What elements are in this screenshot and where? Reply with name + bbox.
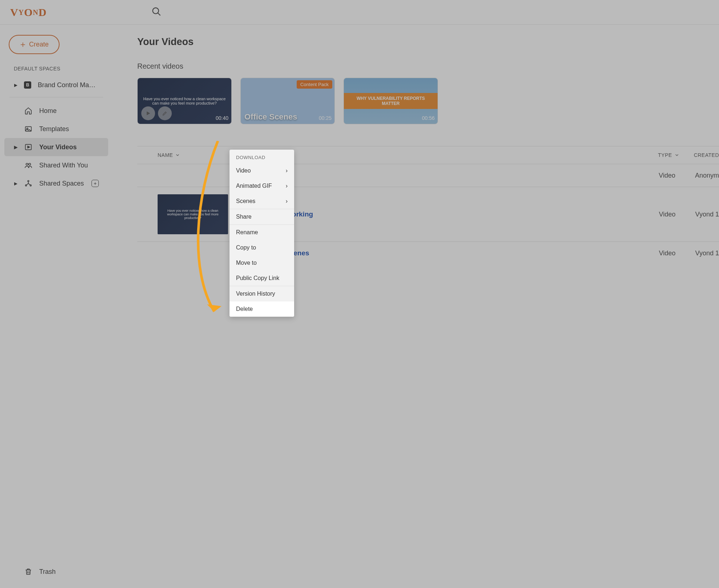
card-thumbnail: Content Pack Office Scenes 00:25 <box>241 78 334 124</box>
menu-item-copy-to[interactable]: Copy to <box>229 240 294 255</box>
sidebar-label: Templates <box>39 125 99 133</box>
menu-item-download-scenes[interactable]: Scenes› <box>229 194 294 209</box>
caret-right-icon: ▸ <box>14 179 17 187</box>
video-card[interactable]: WHY VULNERABILITY REPORTS MATTER 00:56 E… <box>344 78 438 124</box>
sidebar-label: Shared Spaces <box>39 180 85 187</box>
create-button[interactable]: Create <box>9 35 60 54</box>
play-square-icon <box>24 143 32 151</box>
chevron-right-icon: › <box>286 198 288 204</box>
row-created: Vyond 1 <box>695 211 719 218</box>
pencil-icon <box>158 106 172 120</box>
sidebar-label: Home <box>39 107 99 115</box>
chevron-right-icon: › <box>286 167 288 174</box>
menu-item-delete[interactable]: Delete <box>229 301 294 317</box>
video-card[interactable]: Have you ever noticed how a clean worksp… <box>137 78 232 124</box>
thumb-label: Office Scenes <box>244 112 297 122</box>
row-title: taining a clean working <box>237 210 659 218</box>
topbar: VYOND <box>0 0 719 25</box>
sidebar-section-label: DEFAULT SPACES <box>14 66 99 72</box>
svg-point-10 <box>28 181 29 182</box>
menu-section-label: DOWNLOAD <box>229 150 294 163</box>
svg-point-8 <box>26 163 28 166</box>
row-created: Vyond 1 <box>695 250 719 257</box>
menu-item-public-copy-link[interactable]: Public Copy Link <box>229 271 294 286</box>
search-button[interactable] <box>149 4 164 21</box>
sidebar-item-shared-with-you[interactable]: Shared With You <box>4 156 108 174</box>
sidebar: Create DEFAULT SPACES ▸ B Brand Control … <box>0 0 113 588</box>
chevron-right-icon: › <box>286 183 288 189</box>
menu-item-move-to[interactable]: Move to <box>229 255 294 271</box>
plus-icon <box>20 41 26 48</box>
sidebar-item-your-videos[interactable]: ▸ Your Videos <box>4 138 108 156</box>
duration: 00:25 <box>319 115 332 121</box>
row-title: Copy of Office scenes <box>237 249 659 257</box>
add-space-button[interactable]: + <box>92 180 99 187</box>
brand-badge-icon: B <box>24 81 31 89</box>
brand-logo: VYOND <box>10 6 47 19</box>
people-icon <box>24 161 32 169</box>
caret-right-icon: ▸ <box>14 81 17 89</box>
thumb-tag: WHY VULNERABILITY REPORTS MATTER <box>344 93 438 109</box>
menu-item-version-history[interactable]: Version History <box>229 286 294 301</box>
table-header: NAME TYPE CREATED <box>137 146 719 164</box>
chevron-down-icon <box>175 153 180 158</box>
menu-item-share[interactable]: Share <box>229 209 294 224</box>
recent-videos-label: Recent videos <box>137 62 719 70</box>
search-icon <box>151 7 162 17</box>
caret-right-icon: ▸ <box>14 143 17 151</box>
card-thumbnail: WHY VULNERABILITY REPORTS MATTER 00:56 <box>344 78 438 124</box>
row-type: Video <box>659 172 695 179</box>
svg-point-9 <box>29 163 31 166</box>
column-created[interactable]: CREATED <box>694 152 719 158</box>
main-content: Your Videos Recent videos Have you ever … <box>113 0 719 588</box>
svg-marker-7 <box>28 146 30 148</box>
create-label: Create <box>29 41 49 48</box>
row-type: Video <box>659 250 695 257</box>
table-row[interactable]: Have you ever noticed how a clean worksp… <box>137 187 719 242</box>
divider <box>9 97 103 97</box>
column-type[interactable]: TYPE <box>658 152 679 158</box>
menu-item-download-gif[interactable]: Animated GIF› <box>229 178 294 194</box>
table-row[interactable]: Content Paci Office Scenes Copy of Offic… <box>137 242 719 264</box>
thumb-text: Have you ever noticed how a clean worksp… <box>143 97 226 105</box>
context-menu: DOWNLOAD Video› Animated GIF› Scenes› Sh… <box>229 150 294 317</box>
sidebar-item-home[interactable]: Home <box>4 102 108 120</box>
row-thumbnail: Have you ever noticed how a clean worksp… <box>158 194 228 234</box>
sidebar-label: Trash <box>39 568 99 576</box>
image-icon <box>24 125 32 133</box>
row-type: Video <box>659 211 695 218</box>
chevron-down-icon <box>674 153 679 158</box>
sidebar-item-shared-spaces[interactable]: ▸ Shared Spaces + <box>4 174 108 192</box>
table-row[interactable]: Expectations Video Anonym <box>137 164 719 187</box>
sidebar-item-trash[interactable]: Trash <box>4 563 108 581</box>
network-icon <box>24 179 32 187</box>
sidebar-label: Shared With You <box>39 162 99 169</box>
recent-cards: Have you ever noticed how a clean worksp… <box>137 78 719 124</box>
duration: 00:56 <box>422 115 435 121</box>
play-icon <box>141 106 155 120</box>
svg-marker-13 <box>147 111 150 115</box>
svg-point-0 <box>153 8 158 14</box>
column-name[interactable]: NAME <box>158 152 180 158</box>
svg-line-1 <box>158 13 160 16</box>
card-thumbnail: Have you ever noticed how a clean worksp… <box>138 78 231 124</box>
content-pack-badge: Content Pack <box>297 80 332 89</box>
video-card[interactable]: Content Pack Office Scenes 00:25 Copy of… <box>240 78 335 124</box>
sidebar-label: Your Videos <box>39 143 99 151</box>
sidebar-item-templates[interactable]: Templates <box>4 120 108 138</box>
duration: 00:40 <box>216 115 228 121</box>
page-title: Your Videos <box>137 36 719 48</box>
trash-icon <box>24 568 32 576</box>
row-created: Anonym <box>695 172 719 179</box>
menu-item-download-video[interactable]: Video› <box>229 163 294 178</box>
sidebar-item-brand-control[interactable]: ▸ B Brand Control Ma… <box>4 76 108 94</box>
sidebar-label: Brand Control Ma… <box>38 81 99 89</box>
home-icon <box>24 107 32 115</box>
row-title: Expectations <box>237 171 659 179</box>
menu-item-rename[interactable]: Rename <box>229 225 294 240</box>
